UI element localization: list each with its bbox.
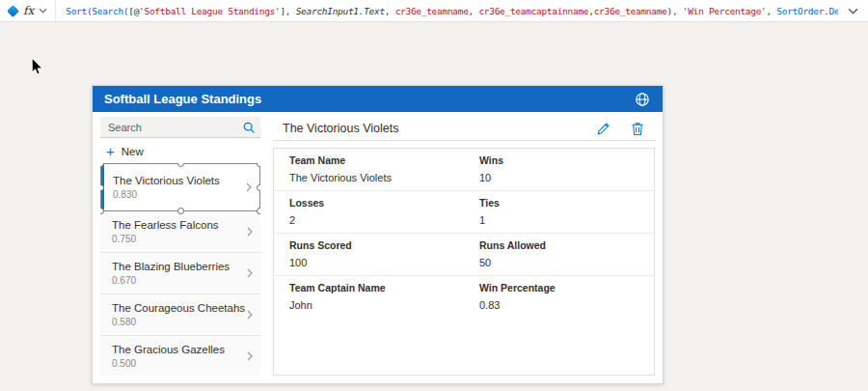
selection-handle[interactable] (257, 163, 260, 167)
gallery-item[interactable]: The Courageous Cheetahs 0.580 (100, 294, 260, 336)
formula-segment: 'Softball League Standings' (139, 6, 280, 16)
chevron-right-icon (247, 268, 253, 278)
formula-segment: , (385, 6, 395, 16)
field-value: 50 (479, 257, 638, 268)
gallery-item[interactable]: The Gracious Gazelles 0.500 (100, 336, 260, 376)
item-name: The Victorious Violets (113, 175, 246, 186)
formula-segment: cr36e_teamname (395, 6, 469, 16)
detail-titlebar: The Victorious Violets (273, 117, 655, 141)
field-value: John (289, 299, 448, 311)
formula-segment: ], (280, 6, 295, 16)
design-canvas: Softball League Standings + New (0, 22, 868, 391)
formula-segment: , (469, 6, 479, 16)
sidebar: + New (100, 117, 260, 376)
selection-handle[interactable] (177, 208, 184, 214)
formula-expand-button[interactable] (838, 0, 868, 21)
form-row: Team Name The Victorious Violets Wins 10 (274, 149, 654, 191)
item-value: 0.830 (113, 189, 246, 200)
globe-icon (635, 92, 650, 107)
globe-button[interactable] (634, 91, 651, 108)
fx-icon: fx (23, 4, 34, 17)
field-label: Ties (479, 197, 638, 209)
item-name: The Blazing Blueberries (112, 261, 247, 272)
gallery-item[interactable]: The Fearless Falcons 0.750 (100, 211, 260, 253)
form-row: Runs Scored 100 Runs Allowed 50 (274, 234, 654, 276)
selection-handle[interactable] (257, 208, 260, 214)
mouse-cursor (31, 57, 43, 80)
formula-property-dropdown[interactable]: fx (0, 0, 56, 21)
field-label: Wins (479, 154, 638, 166)
delete-button[interactable] (628, 120, 647, 137)
app-title: Softball League Standings (104, 92, 634, 106)
formula-segment: cr36e_teamcaptainname (478, 6, 588, 16)
formula-bar: fx Sort(Search([@'Softball League Standi… (0, 0, 868, 22)
field-value: 1 (479, 214, 638, 226)
search-box (100, 117, 260, 138)
field-label: Runs Scored (289, 239, 448, 251)
field-value: 0.83 (479, 299, 638, 311)
search-input[interactable] (100, 117, 260, 137)
edit-button[interactable] (593, 120, 612, 137)
chevron-right-icon (247, 351, 253, 361)
selection-handle[interactable] (257, 184, 260, 191)
records-gallery: The Victorious Violets 0.830 The Fearles… (100, 163, 260, 376)
gallery-item[interactable]: The Blazing Blueberries 0.670 (100, 253, 260, 294)
chevron-right-icon (247, 310, 253, 320)
formula-segment: Sort( (66, 6, 92, 16)
chevron-down-icon (848, 8, 858, 14)
app-screen: Softball League Standings + New (92, 85, 664, 384)
item-value: 0.670 (112, 275, 247, 286)
chevron-down-icon[interactable] (39, 8, 47, 14)
chevron-right-icon (247, 227, 253, 237)
detail-form: Team Name The Victorious Violets Wins 10… (273, 148, 655, 376)
gallery-item[interactable]: The Victorious Violets 0.830 (100, 163, 260, 211)
plus-icon: + (106, 145, 115, 158)
field-value: 10 (479, 172, 638, 183)
item-value: 0.500 (112, 358, 247, 369)
field-value: 2 (289, 214, 448, 226)
detail-pane: The Victorious Violets (273, 117, 655, 376)
formula-segment: cr36e_teamname (594, 6, 667, 16)
new-record-button[interactable]: + New (100, 143, 260, 160)
formula-segment: 'Win Percentage' (683, 6, 767, 16)
chevron-right-icon (246, 182, 252, 192)
selection-handle[interactable] (177, 163, 184, 167)
item-name: The Fearless Falcons (112, 219, 247, 231)
formula-segment: ), (667, 6, 683, 16)
formula-segment: SortOrder.Descending (776, 6, 838, 16)
form-row: Losses 2 Ties 1 (274, 191, 654, 234)
formula-segment: , (767, 6, 777, 16)
formula-segment: [@ (128, 6, 139, 16)
field-label: Team Captain Name (289, 282, 448, 293)
app-body: + New (93, 112, 663, 383)
field-label: Runs Allowed (479, 239, 638, 251)
form-row: Team Captain Name John Win Percentage 0.… (274, 276, 654, 318)
field-value: The Victorious Violets (289, 172, 448, 183)
field-label: Team Name (289, 154, 448, 166)
trash-icon (631, 122, 644, 136)
detail-title: The Victorious Violets (283, 122, 578, 135)
control-icon (7, 5, 19, 17)
app-header: Softball League Standings (93, 86, 663, 112)
item-value: 0.750 (112, 234, 247, 244)
field-label: Win Percentage (479, 282, 638, 293)
search-icon[interactable] (242, 121, 256, 134)
item-name: The Gracious Gazelles (112, 344, 247, 355)
formula-segment: Search( (92, 6, 128, 16)
new-button-label: New (122, 146, 144, 157)
field-label: Losses (289, 197, 448, 209)
formula-input[interactable]: Sort(Search([@'Softball League Standings… (56, 6, 838, 16)
field-value: 100 (289, 257, 448, 268)
item-value: 0.580 (112, 317, 247, 327)
pencil-icon (596, 122, 610, 136)
item-name: The Courageous Cheetahs (112, 302, 247, 314)
formula-segment: SearchInput1.Text (296, 6, 385, 16)
